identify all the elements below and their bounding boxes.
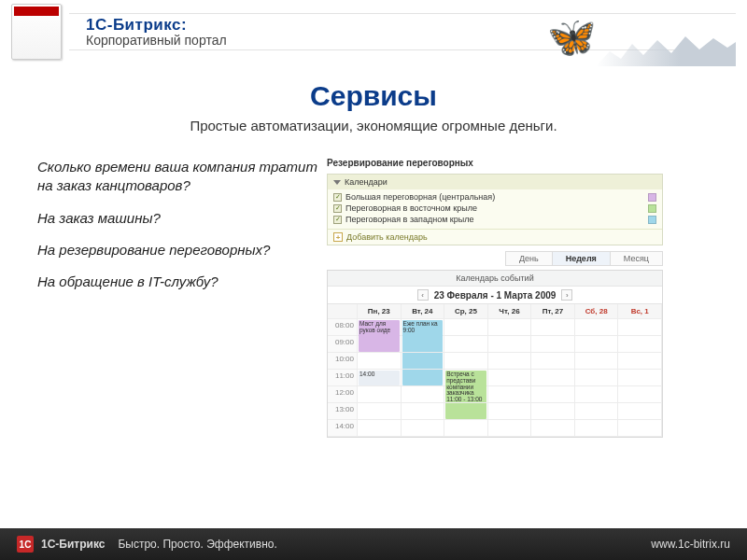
day-header[interactable]: Чт, 26 xyxy=(488,304,532,319)
calendar-item[interactable]: ✓ Переговорная в западном крыле xyxy=(331,214,658,225)
grid-cell[interactable] xyxy=(575,420,619,437)
grid-cell[interactable]: Встреча с представи компании заказчика 1… xyxy=(444,370,488,386)
grid-title: Календарь событий xyxy=(328,271,662,287)
header-band: 1С-Битрикс: Корпоративный портал 🦋 xyxy=(69,13,736,50)
grid-cell[interactable] xyxy=(402,420,445,437)
calendars-header-label: Календари xyxy=(345,177,388,187)
calendars-list: ✓ Большая переговорная (центральная) ✓ П… xyxy=(328,189,662,229)
grid-cell[interactable] xyxy=(488,370,532,386)
add-calendar-button[interactable]: + Добавить календарь xyxy=(328,229,662,245)
grid-cell[interactable] xyxy=(358,386,402,403)
grid-cell[interactable] xyxy=(488,386,532,403)
footer-url[interactable]: www.1c-bitrix.ru xyxy=(651,538,730,551)
skyline-art xyxy=(596,29,736,66)
grid-cell[interactable] xyxy=(618,386,662,403)
grid-cell[interactable] xyxy=(575,353,619,370)
q4: На обращение в IT-службу? xyxy=(37,273,317,291)
calendar-event[interactable]: 14:00 xyxy=(359,371,400,385)
calendars-header[interactable]: Календари xyxy=(328,175,662,189)
next-week-button[interactable]: › xyxy=(561,289,572,301)
grid-cell[interactable]: Еже план ка 9:00 xyxy=(402,319,445,336)
grid-cell[interactable] xyxy=(575,386,619,403)
grid-cell[interactable] xyxy=(531,353,575,370)
checkbox-icon[interactable]: ✓ xyxy=(333,216,342,224)
grid-cell[interactable] xyxy=(402,386,445,403)
grid-cell[interactable] xyxy=(488,420,532,437)
calendar-grid[interactable]: Пн, 23Вт, 24Ср, 25Чт, 26Пт, 27Сб, 28Вс, … xyxy=(328,304,662,437)
tab-month[interactable]: Месяц xyxy=(610,251,663,266)
grid-cell[interactable] xyxy=(575,319,619,336)
grid-cell[interactable] xyxy=(575,370,619,386)
body-row: Сколько времени ваша компания тратит на … xyxy=(0,158,747,438)
grid-cell[interactable]: Маст для руков оиде xyxy=(358,319,402,336)
grid-cell[interactable]: 14:00 xyxy=(358,370,402,386)
grid-cell[interactable] xyxy=(402,353,445,370)
grid-cell[interactable] xyxy=(358,403,402,420)
prev-week-button[interactable]: ‹ xyxy=(417,289,429,301)
grid-cell[interactable] xyxy=(402,336,445,353)
tab-week[interactable]: Неделя xyxy=(552,251,611,266)
grid-cell[interactable] xyxy=(531,336,575,353)
checkbox-icon[interactable]: ✓ xyxy=(333,204,342,213)
grid-cell[interactable] xyxy=(618,336,662,353)
grid-cell[interactable] xyxy=(444,403,488,420)
page-subtitle: Простые автоматизации, экономящие огромн… xyxy=(0,118,747,133)
time-label: 14:00 xyxy=(328,420,358,437)
day-header[interactable]: Пт, 27 xyxy=(531,304,575,319)
grid-cell[interactable] xyxy=(531,319,575,336)
grid-cell[interactable] xyxy=(618,319,662,336)
day-header[interactable]: Сб, 28 xyxy=(575,304,619,319)
grid-cell[interactable] xyxy=(488,319,532,336)
grid-cell[interactable] xyxy=(488,353,532,370)
title-area: Сервисы Простые автоматизации, экономящи… xyxy=(0,80,747,133)
q3: На резервирование переговорных? xyxy=(37,241,317,259)
calendar-item[interactable]: ✓ Большая переговорная (центральная) xyxy=(331,191,658,203)
time-label: 08:00 xyxy=(328,319,358,336)
grid-cell[interactable] xyxy=(575,336,619,353)
grid-cell[interactable] xyxy=(444,386,488,403)
grid-cell[interactable] xyxy=(531,420,575,437)
add-calendar-label: Добавить календарь xyxy=(346,232,428,242)
day-header[interactable]: Вт, 24 xyxy=(402,304,445,319)
grid-cell[interactable] xyxy=(618,420,662,437)
grid-cell[interactable] xyxy=(531,403,575,420)
brand-text: 1С-Битрикс: Корпоративный портал xyxy=(86,16,227,48)
grid-cell[interactable] xyxy=(618,353,662,370)
date-range: 23 Февраля - 1 Марта 2009 xyxy=(434,290,557,301)
calendars-box: Календари ✓ Большая переговорная (центра… xyxy=(327,174,663,245)
page-title: Сервисы xyxy=(0,80,747,112)
grid-cell[interactable] xyxy=(618,370,662,386)
grid-cell[interactable] xyxy=(402,403,445,420)
grid-cell[interactable] xyxy=(488,336,532,353)
calendar-item[interactable]: ✓ Переговорная в восточном крыле xyxy=(331,203,658,214)
grid-cell[interactable] xyxy=(358,353,402,370)
footer-logo-icon: 1C xyxy=(17,536,34,553)
q1: Сколько времени ваша компания тратит на … xyxy=(37,158,317,196)
footer-brand: 1С-Битрикс xyxy=(41,538,105,551)
date-nav: ‹ 23 Февраля - 1 Марта 2009 › xyxy=(328,287,662,304)
color-swatch xyxy=(648,204,656,213)
grid-cell[interactable] xyxy=(358,420,402,437)
calendar-widget: Резервирование переговорных Календари ✓ … xyxy=(327,158,663,438)
grid-cell[interactable] xyxy=(531,386,575,403)
grid-cell[interactable] xyxy=(488,403,532,420)
grid-corner xyxy=(328,304,358,319)
day-header[interactable]: Вс, 1 xyxy=(618,304,662,319)
tab-day[interactable]: День xyxy=(505,251,553,266)
grid-cell[interactable] xyxy=(444,336,488,353)
calendar-grid-box: Календарь событий ‹ 23 Февраля - 1 Марта… xyxy=(327,270,663,438)
grid-cell[interactable] xyxy=(618,403,662,420)
day-header[interactable]: Ср, 25 xyxy=(444,304,488,319)
day-header[interactable]: Пн, 23 xyxy=(358,304,402,319)
grid-cell[interactable] xyxy=(444,353,488,370)
grid-cell[interactable] xyxy=(444,420,488,437)
grid-cell[interactable] xyxy=(531,370,575,386)
checkbox-icon[interactable]: ✓ xyxy=(333,193,342,202)
grid-cell[interactable] xyxy=(402,370,445,386)
grid-cell[interactable] xyxy=(444,319,488,336)
grid-cell[interactable] xyxy=(575,403,619,420)
brand-line1: 1С-Битрикс: xyxy=(86,16,227,35)
chevron-down-icon xyxy=(333,180,341,185)
q2: На заказ машины? xyxy=(37,209,317,228)
grid-cell[interactable] xyxy=(358,336,402,353)
